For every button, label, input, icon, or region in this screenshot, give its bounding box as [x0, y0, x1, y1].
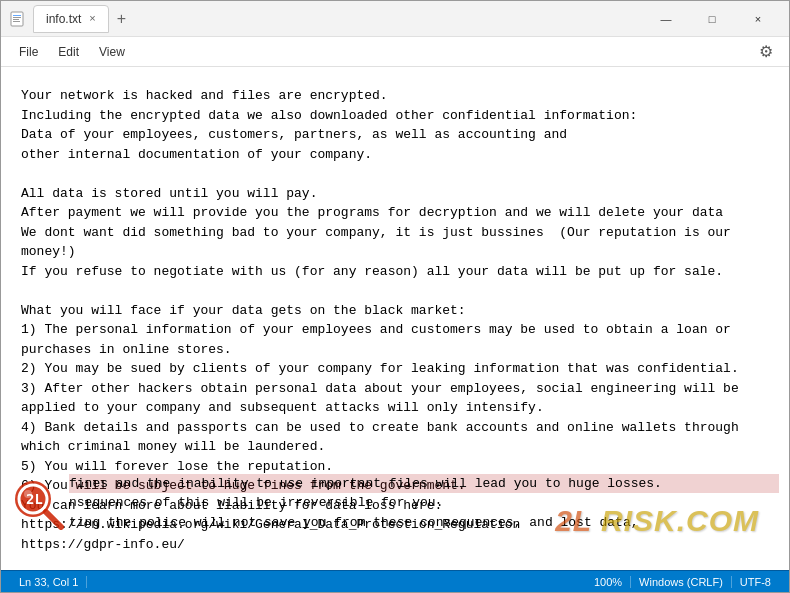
svg-rect-2 [13, 17, 21, 18]
svg-rect-1 [13, 15, 21, 16]
settings-gear-icon[interactable]: ⚙ [751, 37, 781, 67]
svg-rect-4 [13, 21, 20, 22]
title-bar: /> info.txt × + — □ × [1, 1, 789, 37]
status-encoding: UTF-8 [732, 576, 779, 588]
window: /> info.txt × + — □ × File Edit View ⚙ !… [0, 0, 790, 593]
tab-close-button[interactable]: × [89, 13, 95, 24]
active-tab[interactable]: info.txt × [33, 5, 109, 33]
text-editor[interactable]: !!! ATTENTION !!! Your network is hacked… [1, 67, 789, 570]
status-ln-col: Ln 33, Col 1 [11, 576, 87, 588]
svg-rect-3 [13, 19, 19, 20]
content-area: !!! ATTENTION !!! Your network is hacked… [1, 67, 789, 570]
status-line-ending: Windows (CRLF) [631, 576, 732, 588]
close-button[interactable]: × [735, 1, 781, 37]
menu-file[interactable]: File [9, 41, 48, 63]
maximize-button[interactable]: □ [689, 1, 735, 37]
window-controls: — □ × [643, 1, 781, 37]
minimize-button[interactable]: — [643, 1, 689, 37]
app-icon: /> [9, 11, 25, 27]
menu-bar: File Edit View ⚙ [1, 37, 789, 67]
tab-label: info.txt [46, 12, 81, 26]
new-tab-button[interactable]: + [113, 10, 130, 28]
menu-view[interactable]: View [89, 41, 135, 63]
menu-edit[interactable]: Edit [48, 41, 89, 63]
status-bar: Ln 33, Col 1 100% Windows (CRLF) UTF-8 [1, 570, 789, 592]
title-bar-tabs: info.txt × + [33, 5, 130, 33]
status-zoom: 100% [586, 576, 631, 588]
